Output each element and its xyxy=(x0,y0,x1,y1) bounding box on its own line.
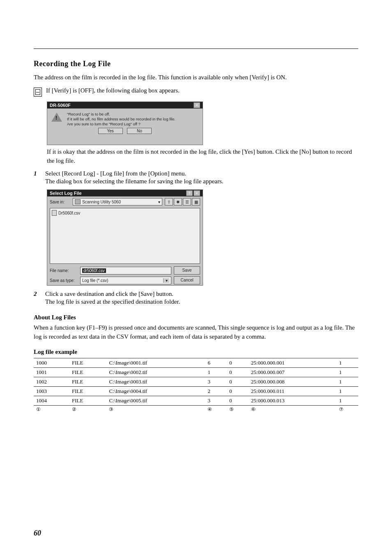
table-row: 1001 FILE C:\Image\0002.tif 1 0 25:000.0… xyxy=(34,368,358,377)
table-row: 1003 FILE C:\Image\0004.tif 2 0 25:000.0… xyxy=(34,387,358,396)
intro-paragraph: The address on the film is recorded in t… xyxy=(34,73,358,82)
save-type-value: Log file (*.csv) xyxy=(82,278,108,283)
list-item[interactable]: Dr5060f.csv xyxy=(52,210,198,216)
log-example-heading: Log file example xyxy=(34,349,358,355)
cell: 0 xyxy=(227,358,249,368)
step-2: 2 Click a save destination and click the… xyxy=(34,291,358,307)
step-number: 2 xyxy=(34,291,39,298)
cell: FILE xyxy=(69,387,106,396)
log-body: When a function key (F1–F9) is pressed o… xyxy=(34,323,358,342)
ref: ② xyxy=(69,406,106,414)
no-button[interactable]: No xyxy=(127,128,152,134)
cell: 1 xyxy=(337,396,358,406)
file-list[interactable]: Dr5060f.csv xyxy=(50,208,200,264)
log-table: 1000 FILE C:\Image\0001.tif 6 0 25:000.0… xyxy=(34,358,358,414)
document-icon xyxy=(34,88,42,97)
cell: 2 xyxy=(205,387,227,396)
up-folder-icon[interactable]: ⇧ xyxy=(165,198,173,205)
cell: C:\Image\0002.tif xyxy=(106,368,205,377)
save-button[interactable]: Save xyxy=(174,266,200,275)
step-subtext: The log file is saved at the specified d… xyxy=(45,298,358,307)
cell: 1 xyxy=(205,368,227,377)
cell: 1003 xyxy=(34,387,69,396)
cell: FILE xyxy=(69,377,106,387)
filedialog-titlebar: Select Log File ? × xyxy=(47,190,203,196)
cell: C:\Image\0003.tif xyxy=(106,377,205,387)
cell: 1 xyxy=(337,387,358,396)
messagebox-line3: Are you sure to turn the "Record Log" of… xyxy=(67,122,175,127)
ref: ④ xyxy=(205,406,227,414)
cell: 1000 xyxy=(34,358,69,368)
messagebox-text: "Record Log" is to be off. If it will be… xyxy=(67,112,175,127)
cell: 25:000.000.013 xyxy=(249,396,337,406)
save-in-value: Scanning Utility 5060 xyxy=(82,200,121,204)
cell: FILE xyxy=(69,396,106,406)
cell: FILE xyxy=(69,368,106,377)
cell: 25:000.000.011 xyxy=(249,387,337,396)
file-name-label: File name: xyxy=(50,268,78,273)
page-number: 60 xyxy=(34,529,41,538)
file-icon xyxy=(52,210,57,216)
icon-paragraph: If [Verify] is [OFF], the following dial… xyxy=(34,86,358,97)
ref: ③ xyxy=(106,406,205,414)
messagebox-line2: If it will be off, no film address would… xyxy=(67,117,175,122)
table-row: 1000 FILE C:\Image\0001.tif 6 0 25:000.0… xyxy=(34,358,358,368)
cell: 0 xyxy=(227,396,249,406)
cell: C:\Image\0005.tif xyxy=(106,396,205,406)
cell: 0 xyxy=(227,387,249,396)
cell: FILE xyxy=(69,358,106,368)
cell: 1004 xyxy=(34,396,69,406)
yes-button[interactable]: Yes xyxy=(98,128,123,134)
cell: 1 xyxy=(337,377,358,387)
cell: 0 xyxy=(227,377,249,387)
section-title: Recording the Log File xyxy=(34,60,358,68)
folder-icon xyxy=(75,199,81,204)
save-type-dropdown[interactable]: Log file (*.csv) ▾ xyxy=(80,277,171,284)
step-1: 1 Select [Record Log] - [Log file] from … xyxy=(34,170,358,186)
messagebox-title: DR-5060F xyxy=(50,102,71,108)
step-text: Select [Record Log] - [Log file] from th… xyxy=(45,170,358,177)
save-in-label: Save in: xyxy=(50,200,70,204)
file-name-value: dr5060f.csv xyxy=(82,268,106,273)
filedialog-title: Select Log File xyxy=(50,190,82,196)
log-heading: About Log Files xyxy=(34,314,358,321)
cell: 3 xyxy=(205,377,227,387)
cell: 0 xyxy=(227,368,249,377)
close-icon[interactable]: × xyxy=(194,190,200,196)
cell: 25:000.000.001 xyxy=(249,358,337,368)
cell: C:\Image\0004.tif xyxy=(106,387,205,396)
close-icon[interactable]: × xyxy=(194,102,200,108)
messagebox-screenshot: DR-5060F × "Record Log" is to be off. If… xyxy=(47,102,203,145)
icon-paragraph-text: If [Verify] is [OFF], the following dial… xyxy=(46,86,180,95)
cell: 25:000.000.008 xyxy=(249,377,337,387)
new-folder-icon[interactable]: ✱ xyxy=(174,198,182,205)
save-in-dropdown[interactable]: Scanning Utility 5060 ▾ xyxy=(73,198,162,205)
cell: 1001 xyxy=(34,368,69,377)
ref: ⑦ xyxy=(337,406,358,414)
horizontal-rule xyxy=(34,48,358,49)
messagebox-titlebar: DR-5060F × xyxy=(47,102,203,108)
ref: ⑥ xyxy=(249,406,337,414)
help-icon[interactable]: ? xyxy=(186,190,193,196)
cell: 25:000.000.007 xyxy=(249,368,337,377)
save-type-label: Save as type: xyxy=(50,278,78,283)
ref: ⑤ xyxy=(227,406,249,414)
cell: 1 xyxy=(337,358,358,368)
cell: C:\Image\0001.tif xyxy=(106,358,205,368)
file-name-input[interactable]: dr5060f.csv xyxy=(80,267,171,275)
details-view-icon[interactable]: ▦ xyxy=(192,198,200,205)
table-row: 1004 FILE C:\Image\0005.tif 3 0 25:000.0… xyxy=(34,396,358,406)
warning-icon xyxy=(51,113,62,122)
ref: ① xyxy=(34,406,69,414)
filedialog-screenshot: Select Log File ? × Save in: Scanning Ut… xyxy=(47,189,203,286)
cell: 1 xyxy=(337,368,358,377)
reference-row: ① ② ③ ④ ⑤ ⑥ ⑦ xyxy=(34,406,358,414)
cell: 1002 xyxy=(34,377,69,387)
list-item-label: Dr5060f.csv xyxy=(58,211,80,215)
cancel-button[interactable]: Cancel xyxy=(174,276,200,284)
step-text: Click a save destination and click the [… xyxy=(45,291,358,298)
list-view-icon[interactable]: ☰ xyxy=(183,198,191,205)
table-row: 1002 FILE C:\Image\0003.tif 3 0 25:000.0… xyxy=(34,377,358,387)
messagebox-line1: "Record Log" is to be off. xyxy=(67,112,175,117)
note-paragraph: If it is okay that the address on the fi… xyxy=(47,148,358,166)
